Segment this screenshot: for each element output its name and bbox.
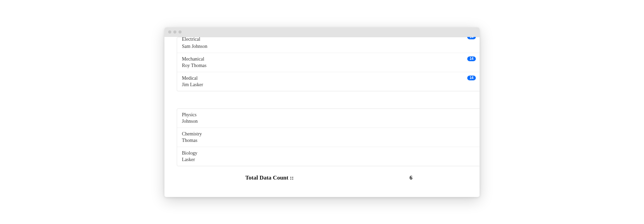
summary-value: 6 [410, 174, 413, 181]
viewport: Electrical Sam Johnson 14 Mechanical Roy… [164, 37, 480, 197]
page-content: Electrical Sam Johnson 14 Mechanical Roy… [164, 37, 480, 191]
list-item-text: Mechanical Roy Thomas [182, 56, 207, 68]
list-item[interactable]: Biology Lasker [177, 147, 480, 166]
browser-titlebar [164, 27, 480, 37]
traffic-zoom-icon[interactable] [178, 30, 182, 34]
panel-departments: Electrical Sam Johnson 14 Mechanical Roy… [177, 37, 480, 91]
count-badge: 14 [467, 76, 476, 80]
list-item-text: Biology Lasker [182, 150, 197, 162]
list-item-subtitle: Thomas [182, 138, 202, 143]
list-item[interactable]: Physics Johnson [177, 109, 480, 128]
list-item-subtitle: Johnson [182, 119, 198, 124]
list-item[interactable]: Chemistry Thomas [177, 128, 480, 147]
count-badge: 14 [467, 37, 476, 39]
list-item-text: Physics Johnson [182, 112, 198, 124]
list-item-text: Electrical Sam Johnson [182, 37, 207, 49]
summary-label: Total Data Count :: [245, 174, 294, 181]
traffic-close-icon[interactable] [168, 30, 171, 34]
scroll-area[interactable]: Electrical Sam Johnson 14 Mechanical Roy… [164, 37, 480, 197]
list-item[interactable]: Mechanical Roy Thomas 14 [177, 53, 480, 72]
list-item-title: Medical [182, 76, 203, 81]
list-item-subtitle: Lasker [182, 157, 197, 162]
list-item-subtitle: Roy Thomas [182, 63, 207, 68]
list-item-text: Medical Jim Lasker [182, 76, 203, 88]
panel-subjects: Physics Johnson Chemistry Thomas Biology [177, 108, 480, 166]
summary-row: Total Data Count :: 6 [177, 174, 480, 184]
list-item-title: Chemistry [182, 131, 202, 137]
list-item-title: Mechanical [182, 56, 207, 62]
list-item[interactable]: Electrical Sam Johnson 14 [177, 37, 480, 53]
browser-window: Electrical Sam Johnson 14 Mechanical Roy… [164, 27, 480, 197]
list-item-title: Physics [182, 112, 198, 118]
list-item-subtitle: Jim Lasker [182, 82, 203, 88]
list-item-title: Electrical [182, 37, 207, 42]
list-item-text: Chemistry Thomas [182, 131, 202, 143]
list-item-subtitle: Sam Johnson [182, 44, 207, 49]
list-item[interactable]: Medical Jim Lasker 14 [177, 72, 480, 91]
list-item-title: Biology [182, 150, 197, 156]
traffic-minimize-icon[interactable] [173, 30, 176, 34]
count-badge: 14 [467, 56, 476, 61]
